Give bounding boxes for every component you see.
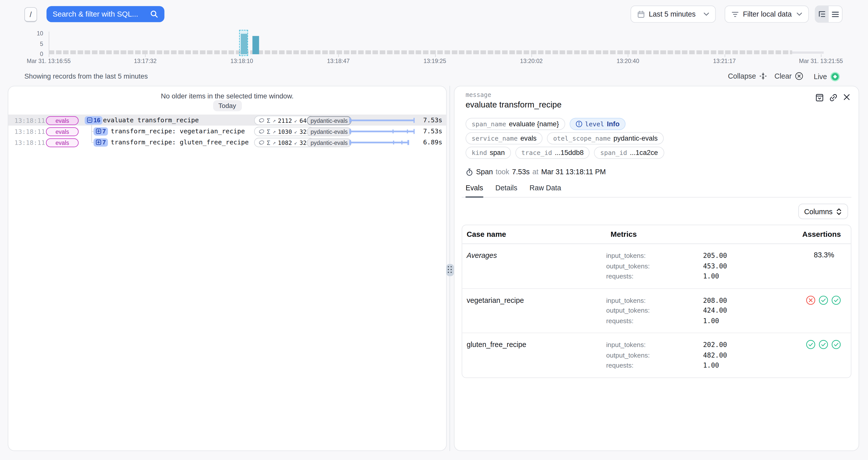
duration-bar — [349, 140, 415, 145]
attr-value: span — [490, 149, 505, 157]
eval-row-vegetarian[interactable]: vegetarian_recipe input_tokens:208.00 ou… — [462, 289, 851, 333]
metric-value: 1.00 — [703, 316, 719, 326]
level-value: Info — [607, 120, 620, 128]
level-pill[interactable]: level Info — [569, 118, 626, 130]
service-badge[interactable]: evals — [46, 116, 79, 125]
timing-took-word: took — [496, 168, 509, 176]
attr-key: service_name — [472, 135, 518, 142]
x-axis-label: 13:21:17 — [713, 58, 736, 64]
assertion-pass-icon — [819, 340, 828, 349]
x-axis-label: 13:18:10 — [230, 58, 253, 64]
metric-label: requests: — [606, 360, 703, 371]
metrics-cell: input_tokens:208.00 output_tokens:424.00… — [606, 289, 780, 332]
tokens-up: 1030 — [278, 128, 292, 135]
span-timing-line: Span took 7.53s at Mar 31 13:18:11 PM — [466, 168, 606, 176]
columns-button[interactable]: Columns — [798, 204, 848, 219]
duration-bar — [349, 129, 415, 134]
live-indicator-icon — [830, 72, 840, 81]
detail-tabs: Evals Details Raw Data — [462, 184, 851, 198]
duration-bar-tick — [402, 140, 403, 144]
panel-resize-handle[interactable] — [446, 264, 454, 276]
record-kind-label: message — [466, 91, 491, 99]
token-stats-pill[interactable]: Σ ↗1030 ↙323 — [254, 127, 314, 136]
duration-bar-tick — [393, 140, 394, 144]
detail-header-actions — [815, 93, 850, 102]
duration-text: 6.89s — [423, 138, 442, 146]
x-axis-tick — [145, 54, 146, 57]
attr-span-id[interactable]: span_id ...1ca2ce — [594, 146, 664, 159]
attr-service-name[interactable]: service_name evals — [466, 132, 543, 144]
x-axis-tick — [49, 54, 49, 57]
trace-row-child[interactable]: 13:18:11 evals 7 transform_recipe: glute… — [8, 137, 446, 147]
tree-expand-badge[interactable]: 7 — [93, 127, 108, 135]
metric-value: 208.00 — [703, 295, 727, 305]
sigma-icon: Σ — [267, 117, 270, 124]
sort-updown-icon — [836, 208, 842, 215]
x-axis-label: 13:19:25 — [424, 58, 446, 64]
arrow-up-right-icon: ↗ — [273, 117, 276, 123]
timing-duration: 7.53s — [512, 168, 530, 176]
otel-scope-tag[interactable]: pydantic-evals — [307, 116, 352, 125]
collapse-button[interactable]: Collapse — [728, 72, 766, 80]
date-chip-today[interactable]: Today — [213, 100, 242, 111]
tokens-up: 1082 — [278, 139, 292, 145]
assertion-pass-icon — [806, 340, 815, 349]
assertion-fail-icon — [806, 295, 815, 304]
info-icon — [576, 121, 582, 127]
span-name: evaluate transform_recipe — [103, 116, 199, 124]
attr-key: span_name — [472, 120, 506, 128]
tab-evals[interactable]: Evals — [466, 184, 483, 198]
otel-scope-tag[interactable]: pydantic-evals — [307, 127, 352, 136]
arrow-down-left-icon: ↙ — [294, 128, 298, 134]
timing-span-word: Span — [476, 168, 493, 176]
tree-collapse-badge[interactable]: 16 — [85, 116, 102, 124]
attribute-pill-row-3: kind span trace_id ...15ddb8 span_id ...… — [466, 146, 664, 159]
attr-value: pydantic-evals — [613, 135, 657, 142]
histogram-bar[interactable] — [253, 36, 259, 54]
x-axis-label: 13:20:40 — [617, 58, 639, 64]
clear-button[interactable]: Clear — [775, 72, 803, 80]
attr-kind[interactable]: kind span — [466, 146, 511, 159]
attr-span-name[interactable]: span_name evaluate {name} — [466, 118, 565, 130]
assertion-icons — [780, 289, 851, 332]
header-metrics: Metrics — [606, 225, 780, 243]
otel-scope-tag[interactable]: pydantic-evals — [307, 138, 352, 147]
trace-row-root[interactable]: 13:18:11 evals 16 evaluate transform_rec… — [8, 114, 446, 126]
attr-value: ...15ddb8 — [555, 149, 584, 157]
trace-row-child[interactable]: 13:18:11 evals 7 transform_recipe: veget… — [8, 126, 446, 137]
showing-records-text: Showing records from the last 5 minutes — [24, 72, 148, 80]
metric-value: 202.00 — [703, 340, 727, 350]
attr-otel-scope-name[interactable]: otel_scope_name pydantic-evals — [547, 132, 664, 144]
arrow-down-left-icon: ↙ — [294, 139, 298, 145]
case-name: gluten_free_recipe — [462, 333, 606, 377]
copy-link-icon[interactable] — [829, 93, 838, 102]
header-case-name: Case name — [462, 225, 606, 243]
live-toggle[interactable]: Live — [814, 72, 840, 81]
child-count: 16 — [93, 117, 100, 123]
eval-row-gluten-free[interactable]: gluten_free_recipe input_tokens:202.00 o… — [462, 333, 851, 377]
arrow-down-left-icon: ↙ — [294, 117, 298, 123]
metric-value: 482.00 — [703, 350, 727, 360]
close-icon[interactable] — [843, 93, 850, 102]
child-count: 7 — [102, 128, 106, 134]
metric-value: 205.00 — [703, 251, 727, 261]
metric-label: output_tokens: — [606, 305, 703, 316]
dock-panel-icon[interactable] — [815, 93, 824, 102]
selected-bucket-overlay — [239, 30, 248, 56]
attr-value: evals — [520, 135, 536, 142]
eval-row-averages[interactable]: Averages input_tokens:205.00 output_toke… — [462, 244, 851, 289]
tree-expand-badge[interactable]: 7 — [93, 138, 108, 146]
tab-details[interactable]: Details — [495, 184, 517, 197]
metric-label: output_tokens: — [606, 261, 703, 271]
token-stats-pill[interactable]: Σ ↗2112 ↙648 — [254, 116, 314, 125]
service-badge[interactable]: evals — [46, 138, 79, 147]
stopwatch-icon — [466, 168, 473, 176]
service-badge[interactable]: evals — [46, 127, 79, 136]
attr-trace-id[interactable]: trace_id ...15ddb8 — [516, 146, 590, 159]
duration-text: 7.53s — [423, 116, 442, 124]
metric-value: 1.00 — [703, 271, 719, 282]
collapse-icon — [759, 72, 767, 80]
coin-icon — [258, 139, 265, 145]
token-stats-pill[interactable]: Σ ↗1082 ↙325 — [254, 138, 314, 147]
tab-raw-data[interactable]: Raw Data — [529, 184, 561, 197]
